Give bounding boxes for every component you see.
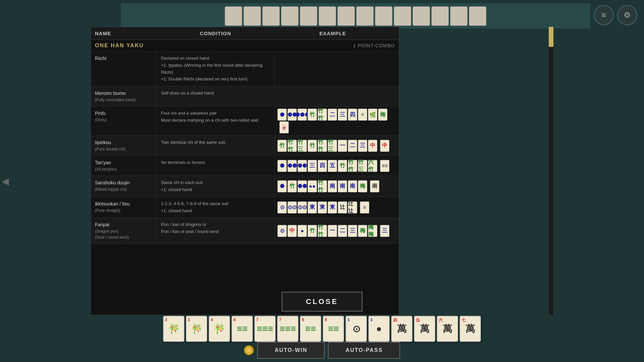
hand-tile[interactable]: 伍 萬 xyxy=(414,316,435,342)
top-tile xyxy=(394,6,411,26)
tile: 竹 xyxy=(308,140,317,152)
hand-tile[interactable]: 2 🎋 xyxy=(186,316,207,342)
yaku-name-iipeikou: Iipeikou (Pure double chi) xyxy=(91,136,156,156)
hand-tile[interactable]: 1 ● xyxy=(368,316,390,342)
notes-icon: ≡ xyxy=(601,10,606,20)
tile: 東 xyxy=(308,201,317,214)
yaku-condition-pinfu: Four chi and a valueless pair Must decla… xyxy=(156,107,275,135)
top-tiles-area xyxy=(121,3,590,28)
top-tile xyxy=(413,6,430,26)
close-button[interactable]: CLOSE xyxy=(281,292,363,312)
hand-tile[interactable]: 7 ≡≡≡ xyxy=(254,316,276,342)
example-column-header: EXAMPLE xyxy=(271,31,395,36)
auto-win-button[interactable]: AUTO-WIN xyxy=(257,342,325,359)
table-row: Tan'yao (All simples) No terminals or ho… xyxy=(91,156,399,176)
tile: 竹竹 xyxy=(318,225,327,237)
yaku-example-tanyao: ⚈ ⚈⚈ ⚈⚈ 三 四 五 竹 竹竹 竹三 六竹 ≡≡ xyxy=(275,156,399,176)
yaku-name-ikkitsuukan: ikkitsuukan / Itsu (Pure straight) xyxy=(91,197,156,218)
section-points: 1 POINT-COMBO xyxy=(353,43,395,48)
tile: ⚈⚈⚈ xyxy=(298,109,307,121)
table-content[interactable]: ONE HAN YAKU 1 POINT-COMBO Riichi Declar… xyxy=(91,40,399,315)
tile: 竹竹 xyxy=(318,180,327,192)
yaku-condition-menzen: Self-draw on a closed hand xyxy=(156,86,275,106)
table-row: Fanpai (Dragon pon) (Seat / round wind) … xyxy=(91,218,399,244)
tile: 二 xyxy=(338,225,347,237)
hand-tile[interactable]: 四 萬 xyxy=(391,316,413,342)
tile: ≡ xyxy=(358,109,367,121)
table-row: Riichi Declared on closed hand +1: Ippat… xyxy=(91,52,399,86)
hand-tile[interactable]: 2 🎋 xyxy=(163,316,184,342)
hand-tile[interactable]: 9 ≡≡ xyxy=(323,316,344,342)
tile: ⚈⚈ xyxy=(298,180,307,192)
yaku-example-pinfu: ⚈ ⚈⚈ ⚈⚈⚈ 竹 竹竹 二 三 四 ≡ 🌿 梅 🀄 xyxy=(275,107,399,135)
tile: ⊙⊙ xyxy=(287,201,297,214)
yaku-condition-fanpai: Pon / kan of dragons or Pon / kan of sea… xyxy=(156,218,275,244)
yaku-condition-riichi: Declared on closed hand +1: Ippatsu (Win… xyxy=(156,52,275,86)
tile: 南 xyxy=(328,180,337,192)
tile: ●● xyxy=(308,180,317,192)
tile: 梅梅 xyxy=(368,225,377,237)
top-tile xyxy=(450,6,468,26)
section-title: ONE HAN YAKU xyxy=(95,43,144,49)
tile: ≡≡ xyxy=(380,160,389,172)
yaku-name-riichi: Riichi xyxy=(91,52,156,86)
yaku-name-sanshoku: Sanshoku doujin (Mixed tripple chi) xyxy=(91,176,156,197)
yaku-condition-ikkitsuukan: 1-2-3, 4-5-6, 7-8-9 of the same suit +1:… xyxy=(156,197,275,218)
top-tile xyxy=(375,6,392,26)
top-tile xyxy=(244,6,261,26)
hand-tile[interactable]: 4 🎋 xyxy=(209,316,230,342)
hand-tile[interactable]: 6 ≡≡ xyxy=(231,316,253,342)
tile: 三 xyxy=(308,160,317,172)
scrollbar-thumb[interactable] xyxy=(549,27,553,47)
top-tile xyxy=(225,6,242,26)
tile: 四 xyxy=(318,160,327,172)
tile: 三 xyxy=(358,140,367,152)
yaku-example-riichi xyxy=(275,52,399,86)
hand-tile[interactable]: 六 萬 xyxy=(437,316,458,342)
notes-button[interactable]: ≡ xyxy=(594,5,614,25)
scrollbar-track[interactable] xyxy=(549,27,553,315)
condition-column-header: CONDITION xyxy=(160,31,271,36)
tile: ⚈ xyxy=(277,109,287,121)
reference-panel: NAME CONDITION EXAMPLE ONE HAN YAKU 1 PO… xyxy=(91,27,399,315)
yaku-condition-tanyao: No terminals or honors xyxy=(156,156,275,176)
gold-coin xyxy=(244,345,254,355)
hand-tile[interactable]: 7 ≡≡≡ xyxy=(277,316,299,342)
bottom-buttons: AUTO-WIN AUTO-PASS xyxy=(244,342,400,359)
top-tile xyxy=(281,6,299,26)
tile: 中 xyxy=(287,225,297,237)
tile: 中 xyxy=(380,140,389,152)
tile: 三 xyxy=(348,225,357,237)
tile: ⊙ xyxy=(277,201,287,214)
hand-tile[interactable]: 1 ⊙ xyxy=(345,316,367,342)
yaku-example-fanpai: ⊙ 中 ● 竹 竹竹 一 二 三 梅 梅梅 三 xyxy=(275,218,399,244)
top-tile xyxy=(300,6,317,26)
yaku-example-sanshoku: ⚈ 竹 ⚈⚈ ●● 竹竹 南 南 南 梅 南 xyxy=(275,176,399,197)
tile: 竹三 xyxy=(328,140,337,152)
yaku-name-tanyao: Tan'yao (All simples) xyxy=(91,156,156,176)
top-right-buttons: ≡ ⚙ xyxy=(594,5,637,25)
tile: 梅 xyxy=(378,109,387,121)
hand-tile[interactable]: 七 萬 xyxy=(460,316,481,342)
tile: 六竹 xyxy=(368,160,377,172)
tile: 三 xyxy=(380,225,389,237)
auto-pass-button[interactable]: AUTO-PASS xyxy=(328,342,400,359)
tile: 竹三 xyxy=(358,160,367,172)
tile: 竹竹 xyxy=(318,109,327,121)
yaku-name-menzen: Menzen tsumo (Fully concealed hand) xyxy=(91,86,156,106)
tile: ⊙⊙ xyxy=(298,201,307,214)
tile: 梅 xyxy=(358,225,367,237)
tile: 南 xyxy=(348,180,357,192)
tile: 竹 xyxy=(338,160,347,172)
top-tile xyxy=(431,6,449,26)
yaku-example-iipeikou: 竹 竹竹 竹三 竹 竹竹 竹三 一 二 三 中 中 xyxy=(275,136,399,156)
hand-tile[interactable]: 9 ≡≡ xyxy=(300,316,321,342)
table-row: ikkitsuukan / Itsu (Pure straight) 1-2-3… xyxy=(91,197,399,218)
left-arrow-button[interactable]: ◀ xyxy=(2,176,9,187)
tile: 竹竹 xyxy=(348,160,357,172)
settings-button[interactable]: ⚙ xyxy=(617,5,637,25)
yaku-example-ikkitsuukan: ⊙ ⊙⊙ ⊙⊙ 東 東 東 辻 辻辻 ≡ xyxy=(275,197,399,218)
yaku-name-fanpai: Fanpai (Dragon pon) (Seat / round wind) xyxy=(91,218,156,244)
top-tile xyxy=(469,6,486,26)
table-row: Iipeikou (Pure double chi) Two identical… xyxy=(91,136,399,156)
